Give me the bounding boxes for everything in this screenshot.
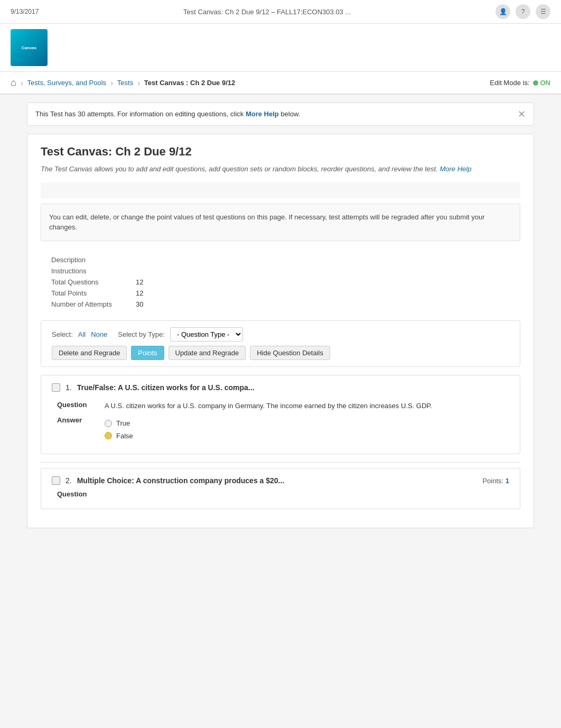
toolbar-placeholder — [41, 182, 520, 198]
nav-breadcrumb: ⌂ › Tests, Surveys, and Pools › Tests › … — [0, 71, 561, 95]
table-row: Question A U.S. citizen works for a U.S.… — [52, 398, 509, 414]
answer-radio-false[interactable] — [105, 432, 112, 439]
question-1-header: 1. True/False: A U.S. citizen works for … — [52, 383, 509, 392]
nav-sep-2: › — [110, 79, 113, 87]
info-text: You can edit, delete, or change the poin… — [41, 204, 520, 241]
select-all-link[interactable]: All — [78, 330, 86, 338]
question-card-1: 1. True/False: A U.S. citizen works for … — [41, 375, 520, 455]
update-regrade-button[interactable]: Update and Regrade — [169, 346, 246, 360]
question-2-text — [99, 487, 509, 501]
more-help-link[interactable]: More Help — [440, 165, 471, 173]
table-row: Question — [52, 487, 509, 501]
question-2-detail-table: Question — [52, 487, 509, 501]
home-icon[interactable]: ⌂ — [11, 77, 16, 88]
delete-regrade-button[interactable]: Delete and Regrade — [52, 346, 127, 360]
edit-mode-label: Edit Mode is: — [490, 79, 529, 87]
edit-on-label: ON — [540, 79, 551, 87]
help-icon[interactable]: ? — [516, 4, 530, 19]
question-label: Question — [52, 398, 99, 414]
question-1-title: True/False: A U.S. citizen works for a U… — [77, 383, 509, 392]
question-card-2: 2. Multiple Choice: A construction compa… — [41, 468, 520, 509]
question-2-title: Multiple Choice: A construction company … — [77, 476, 285, 485]
divider — [41, 462, 520, 463]
main-content: This Test has 30 attempts. For informati… — [16, 95, 545, 544]
info-banner-text: This Test has 30 attempts. For informati… — [35, 109, 300, 119]
meta-value-total-questions: 12 — [136, 278, 143, 286]
question-2-points-value: 1 — [506, 477, 509, 485]
points-button[interactable]: Points — [131, 346, 164, 360]
question-2-header: 2. Multiple Choice: A construction compa… — [52, 476, 509, 485]
question-type-dropdown[interactable]: - Question Type - True/False Multiple Ch… — [170, 327, 243, 342]
top-bar-title: Test Canvas: Ch 2 Due 9/12 – FALL17:ECON… — [39, 8, 495, 16]
question-1-detail-table: Question A U.S. citizen works for a U.S.… — [52, 398, 509, 446]
question-2-checkbox[interactable] — [52, 476, 60, 485]
nav-link-tests-surveys[interactable]: Tests, Surveys, and Pools — [27, 79, 107, 87]
select-label: Select: — [52, 330, 73, 338]
top-bar-date: 9/13/2017 — [11, 8, 39, 15]
answer-options-1: True False — [99, 413, 509, 446]
more-help-link-bold[interactable]: More Help — [246, 110, 279, 118]
meta-row-total-questions: Total Questions 12 — [51, 277, 510, 288]
logo-area: Canvas — [0, 24, 561, 71]
answer-option-false: False — [105, 431, 504, 441]
answer-radio-true[interactable] — [105, 420, 112, 427]
nav-sep-3: › — [137, 79, 140, 87]
answer-label: Answer — [52, 413, 99, 446]
menu-icon[interactable]: ☰ — [536, 4, 550, 19]
meta-label-total-questions: Total Questions — [51, 278, 125, 286]
action-button-row: Delete and Regrade Points Update and Reg… — [52, 346, 509, 360]
table-row: Answer True False — [52, 413, 509, 446]
meta-label-instructions: Instructions — [51, 267, 125, 275]
metadata-section: Description Instructions Total Questions… — [41, 249, 520, 315]
answer-text-false: False — [116, 431, 133, 441]
question-1-number: 1. — [66, 383, 72, 392]
select-bar: Select: All None Select by Type: - Quest… — [41, 320, 520, 367]
select-by-type-label: Select by Type: — [118, 330, 165, 338]
logo: Canvas — [11, 29, 48, 66]
edit-dot — [533, 80, 538, 86]
question-2-label: Question — [52, 487, 99, 501]
meta-row-description: Description — [51, 254, 510, 265]
answer-option-true: True — [105, 418, 504, 429]
meta-value-total-points: 12 — [136, 289, 143, 297]
answer-text-true: True — [116, 418, 130, 429]
user-icon[interactable]: 👤 — [495, 4, 510, 19]
nav-current: Test Canvas : Ch 2 Due 9/12 — [144, 79, 235, 87]
edit-mode-section: Edit Mode is: ON — [490, 79, 550, 87]
question-2-number: 2. — [66, 476, 72, 485]
nav-sep-1: › — [21, 79, 23, 87]
test-canvas-title: Test Canvas: Ch 2 Due 9/12 — [41, 145, 520, 159]
question-2-left: 2. Multiple Choice: A construction compa… — [52, 476, 284, 485]
top-bar: 9/13/2017 Test Canvas: Ch 2 Due 9/12 – F… — [0, 0, 561, 24]
test-canvas-box: Test Canvas: Ch 2 Due 9/12 The Test Canv… — [27, 134, 534, 528]
close-icon[interactable]: ✕ — [518, 109, 526, 119]
meta-label-total-points: Total Points — [51, 289, 125, 297]
meta-label-num-attempts: Number of Attempts — [51, 300, 125, 308]
test-canvas-desc: The Test Canvas allows you to add and ed… — [41, 164, 520, 174]
select-none-link[interactable]: None — [91, 330, 107, 338]
meta-row-instructions: Instructions — [51, 265, 510, 277]
meta-label-description: Description — [51, 256, 125, 264]
meta-value-num-attempts: 30 — [136, 300, 143, 308]
meta-row-num-attempts: Number of Attempts 30 — [51, 299, 510, 310]
top-bar-icons: 👤 ? ☰ — [495, 4, 550, 19]
edit-mode-on[interactable]: ON — [533, 79, 551, 87]
select-row: Select: All None Select by Type: - Quest… — [52, 327, 509, 342]
question-1-checkbox[interactable] — [52, 383, 60, 392]
nav-link-tests[interactable]: Tests — [117, 79, 133, 87]
hide-question-details-button[interactable]: Hide Question Details — [250, 346, 330, 360]
question-2-points: Points: 1 — [482, 477, 509, 485]
meta-row-total-points: Total Points 12 — [51, 288, 510, 299]
info-banner: This Test has 30 attempts. For informati… — [27, 103, 534, 126]
question-1-text: A U.S. citizen works for a U.S. company … — [99, 398, 509, 414]
